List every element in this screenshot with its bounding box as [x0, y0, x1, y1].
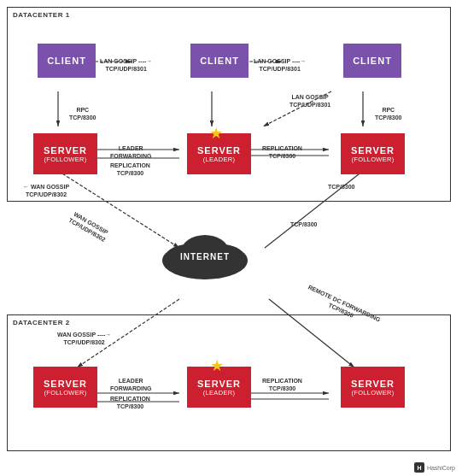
lan-gossip-label-2: LAN GOSSIP ----→TCP/UDP/8301 [254, 57, 306, 73]
server-box-4: SERVER (FOLLOWER) [33, 367, 97, 408]
lan-gossip-label-1: LAN GOSSIP ----→TCP/UDP/8301 [100, 57, 152, 73]
svg-text:H: H [417, 465, 421, 471]
hashicorp-logo: H HashiCorp [414, 462, 455, 473]
wan-gossip-dc2-label: WAN GOSSIP ----→TCP/UDP/8302 [57, 331, 111, 346]
replication-label-3: REPLICATIONTCP/8300 [110, 395, 150, 410]
internet-label: INTERNET [180, 252, 230, 262]
leader-star-dc1: ★ [209, 124, 223, 143]
wan-gossip-label: ← WAN GOSSIPTCP/UDP/8302 [23, 183, 69, 198]
hashicorp-icon: H [414, 462, 424, 473]
wan-gossip-arrow-label: WAN GOSSIPTCP/UDP/8302 [67, 209, 111, 244]
internet-cloud: INTERNET [158, 226, 252, 286]
datacenter2: DATACENTER 2 SERVER (FOLLOWER) SERVER (L… [7, 314, 451, 451]
server-box-6: SERVER (FOLLOWER) [341, 367, 405, 408]
replication-label-2: REPLICATIONTCP/8300 [262, 144, 302, 160]
tcp8300-internet-label: TCP/8300 [290, 220, 318, 228]
tcp8300-label-dc1: TCP/8300 [328, 183, 355, 191]
server-box-3: SERVER (FOLLOWER) [341, 133, 405, 174]
datacenter1: DATACENTER 1 CLIENT CLIENT CLIENT SERVER… [7, 7, 451, 202]
datacenter2-label: DATACENTER 2 [13, 319, 70, 326]
client-box-2: CLIENT [190, 44, 249, 78]
replication-label-1: REPLICATIONTCP/8300 [110, 162, 150, 177]
client-box-3: CLIENT [343, 44, 401, 78]
datacenter1-label: DATACENTER 1 [13, 11, 70, 19]
rpc-label-1: RPCTCP/8300 [69, 106, 96, 121]
lan-gossip-label-3: LAN GOSSIPTCP/UDP/8301 [289, 93, 330, 109]
replication-label-4: REPLICATIONTCP/8300 [262, 377, 302, 392]
leader-forward-label-2: LEADERFORWARDING [110, 377, 151, 392]
leader-forward-label-1: LEADERFORWARDING [110, 144, 151, 160]
leader-star-dc2: ★ [210, 356, 224, 375]
server-box-1: SERVER (FOLLOWER) [33, 133, 97, 174]
rpc-label-2: RPCTCP/8300 [375, 106, 402, 121]
client-box-1: CLIENT [38, 44, 96, 78]
